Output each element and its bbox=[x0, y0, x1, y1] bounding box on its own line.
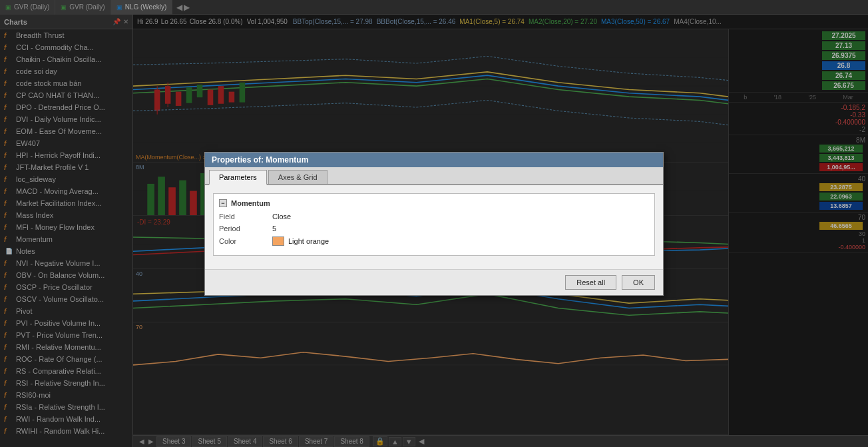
modal-title-bar: Properties of: Momentum bbox=[205, 153, 663, 167]
modal-section: − Momentum Field Close Period 5 Color bbox=[213, 193, 655, 256]
modal-tab-parameters[interactable]: Parameters bbox=[209, 170, 267, 185]
field-label: Field bbox=[219, 213, 272, 221]
modal-section-header: − Momentum bbox=[219, 199, 649, 207]
modal-tabs: Parameters Axes & Grid bbox=[205, 167, 663, 185]
modal-period-row: Period 5 bbox=[219, 224, 649, 232]
modal-tab-axes-grid[interactable]: Axes & Grid bbox=[268, 170, 327, 184]
modal-title: Properties of: Momentum bbox=[212, 155, 308, 165]
collapse-button[interactable]: − bbox=[219, 199, 227, 207]
properties-modal: Properties of: Momentum Parameters Axes … bbox=[204, 152, 664, 296]
color-swatch[interactable] bbox=[272, 236, 284, 246]
modal-section-name: Momentum bbox=[231, 199, 270, 207]
ok-button[interactable]: OK bbox=[622, 275, 655, 290]
app-container: ▣ GVR (Daily) ▣ GVR (Daily) ▣ NLG (Weekl… bbox=[0, 0, 868, 447]
period-label: Period bbox=[219, 224, 272, 232]
color-label: Color bbox=[219, 237, 272, 245]
modal-content: − Momentum Field Close Period 5 Color bbox=[205, 185, 663, 269]
modal-overlay: Properties of: Momentum Parameters Axes … bbox=[0, 0, 868, 447]
modal-color-row: Color Light orange bbox=[219, 236, 649, 246]
color-value: Light orange bbox=[288, 237, 329, 245]
field-value: Close bbox=[272, 213, 291, 221]
reset-all-button[interactable]: Reset all bbox=[565, 275, 616, 290]
period-value: 5 bbox=[272, 224, 276, 232]
modal-field-row: Field Close bbox=[219, 213, 649, 221]
modal-footer: Reset all OK bbox=[205, 269, 663, 295]
